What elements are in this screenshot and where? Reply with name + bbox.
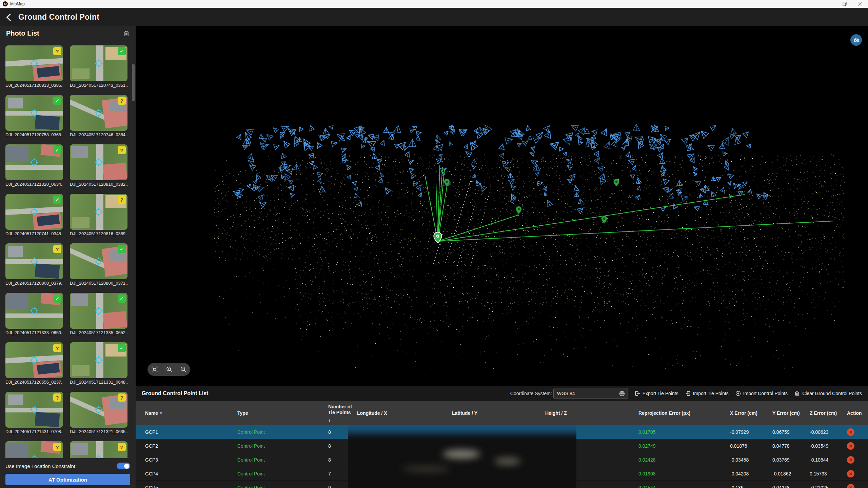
photo-thumbnail: ✓: [5, 194, 63, 230]
gcp-pin-selected[interactable]: [433, 232, 442, 243]
chevron-down-icon[interactable]: [309, 447, 313, 449]
photo-thumbnail: ?: [70, 144, 127, 180]
gcp-marker-icon: [94, 59, 103, 69]
photo-item[interactable]: ✓DJI_20240517121331_0648...: [70, 342, 127, 385]
gcp-type-cell: Control Point: [234, 443, 326, 449]
photo-name: DJI_20240517120758_0368...: [5, 132, 63, 137]
sort-icon: ▲▼: [328, 419, 331, 423]
photo-list-scrollbar[interactable]: [132, 64, 135, 101]
delete-gcp-button[interactable]: ✕: [847, 456, 854, 464]
gcp-marker-icon: [30, 207, 39, 218]
status-badge-unknown: ?: [118, 196, 126, 204]
photo-item[interactable]: ?DJI_20240517121321_0635...: [70, 392, 127, 434]
title-bar: M MipMap: [0, 0, 868, 8]
photo-item[interactable]: ?DJI_20240517121431_0708...: [5, 392, 63, 434]
image-location-constraint-toggle[interactable]: [117, 463, 130, 469]
photo-name: DJI_20240517121431_0708...: [5, 429, 63, 434]
chevron-down-icon[interactable]: [309, 461, 313, 463]
z-error-cell: -0.00623: [807, 429, 844, 435]
delete-gcp-button[interactable]: ✕: [847, 470, 854, 477]
photo-name: DJI_20240517120816_0389...: [70, 231, 127, 236]
photo-item[interactable]: ✓DJI_20240517121320_0634...: [5, 144, 63, 187]
photo-item[interactable]: ✓DJI_20240517120758_0368...: [5, 95, 63, 137]
close-button[interactable]: [852, 0, 868, 8]
z-error-cell: -0.10844: [807, 457, 844, 463]
photo-item[interactable]: ?DJI_20240517120810_0382...: [70, 144, 127, 187]
globe-icon: [619, 391, 625, 396]
sidebar-footer: Use Image Location Constraint: AT Optimi…: [0, 458, 136, 488]
gcp-marker-icon: [94, 207, 103, 218]
import-circle-icon: [735, 391, 741, 396]
y-error-cell: 0.04248: [770, 485, 807, 488]
gcp-pin[interactable]: [444, 179, 450, 187]
photo-item[interactable]: ?DJI_20240517120816_0389...: [70, 194, 127, 236]
photo-item[interactable]: ?DJI_20240517120813_0385...: [5, 45, 63, 88]
x-error-cell: 0.01876: [727, 443, 770, 449]
status-badge-unknown: ?: [53, 47, 61, 55]
restore-button[interactable]: [837, 0, 852, 8]
zoom-out-icon: [180, 366, 186, 372]
gcp-name-cell: GCP1: [136, 429, 234, 435]
column-header-action: Action: [844, 410, 868, 416]
clear-gcp-button[interactable]: Clear Ground Control Points: [794, 391, 862, 396]
column-header-type: Type: [234, 410, 326, 416]
column-header-tie-points[interactable]: Number of Tie Points ▲▼: [326, 404, 354, 423]
gcp-type-cell: Control Point: [234, 429, 326, 435]
trash-icon: [794, 391, 800, 396]
at-optimization-button[interactable]: AT Optimization: [5, 474, 130, 485]
photo-list-panel: Photo List ?DJI_20240517120813_0385...✓D…: [0, 26, 136, 488]
gcp-type-cell: Control Point: [234, 457, 326, 463]
gcp-pin[interactable]: [613, 179, 619, 187]
photo-item[interactable]: ?DJI_20240517120556_0237...: [5, 342, 63, 385]
coordinate-system-input[interactable]: WGS 84: [553, 388, 628, 399]
delete-gcp-button[interactable]: ✕: [847, 442, 854, 450]
photo-item[interactable]: ✓DJI_20240517120743_0351...: [70, 45, 127, 88]
delete-photos-button[interactable]: [123, 30, 130, 37]
photo-item[interactable]: ✓DJI_20240517120741_0348...: [5, 194, 63, 236]
export-tie-points-button[interactable]: Export Tie Points: [635, 391, 678, 396]
status-badge-checked: ✓: [118, 47, 126, 55]
gcp-pin[interactable]: [601, 216, 607, 224]
column-header-name[interactable]: Name ▲▼: [136, 410, 234, 416]
sort-icon: ▲▼: [160, 411, 162, 415]
import-tie-points-button[interactable]: Import Tie Points: [685, 391, 729, 396]
column-header-latitude: Latitude / Y: [451, 410, 542, 416]
delete-gcp-button[interactable]: ✕: [847, 484, 854, 488]
photo-thumbnail: ?: [5, 243, 63, 279]
reprojection-error-cell: 0.04544: [636, 485, 727, 488]
gcp-pin[interactable]: [516, 206, 522, 214]
photo-name: DJI_20240517121331_0648...: [70, 380, 127, 385]
zoom-in-icon: [166, 366, 172, 372]
gcp-marker-icon: [30, 108, 39, 119]
import-control-points-button[interactable]: Import Control Points: [735, 391, 788, 396]
photo-item[interactable]: ✓DJI_20240517120800_0371...: [70, 243, 127, 286]
fit-view-button[interactable]: [147, 363, 162, 376]
x-error-cell: -0.03458: [727, 457, 770, 463]
photo-item[interactable]: ✓DJI_20240517121335_0652...: [70, 293, 127, 335]
minimize-button[interactable]: [821, 0, 837, 8]
zoom-in-button[interactable]: [162, 363, 176, 376]
column-header-y-error: Y Error (cm): [770, 410, 807, 416]
censor-blur-overlay: [348, 425, 576, 488]
delete-gcp-button[interactable]: ✕: [847, 428, 854, 436]
status-badge-checked: ✓: [53, 196, 61, 204]
photo-name: DJI_20240517121333_0650...: [5, 330, 63, 335]
image-location-constraint-label: Use Image Location Constraint:: [5, 463, 77, 469]
status-badge-unknown: ?: [53, 344, 61, 352]
column-header-z-error: Z Error (cm): [807, 410, 844, 416]
point-cloud-canvas[interactable]: [136, 26, 868, 386]
photo-item[interactable]: ?DJI_20240517120808_0379...: [5, 243, 63, 286]
camera-icon: [853, 37, 859, 43]
status-badge-checked: ✓: [53, 146, 61, 154]
photo-thumbnail: ✓: [5, 293, 63, 329]
photo-item[interactable]: ?DJI_20240517120746_0354...: [70, 95, 127, 137]
chevron-down-icon[interactable]: [309, 433, 313, 435]
column-header-reprojection-error: Reprojection Error (px): [636, 410, 727, 416]
back-button[interactable]: [6, 13, 14, 21]
screenshot-camera-button[interactable]: [850, 34, 862, 46]
chevron-down-icon[interactable]: [309, 475, 313, 476]
zoom-out-button[interactable]: [176, 363, 190, 376]
y-error-cell: 0.04778: [770, 443, 807, 449]
photo-item[interactable]: ✓DJI_20240517121333_0650...: [5, 293, 63, 335]
photo-thumbnail: ?: [70, 194, 127, 230]
